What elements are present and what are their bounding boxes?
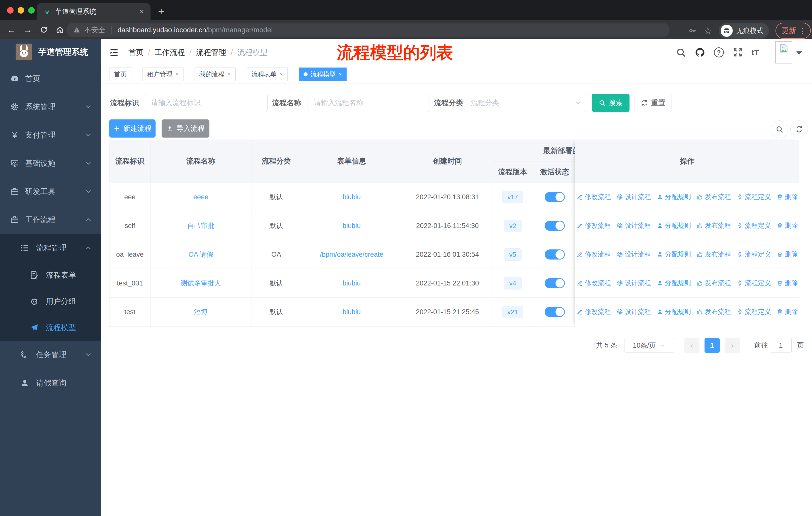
collapse-sidebar-icon[interactable] bbox=[109, 47, 119, 58]
action-delete-model[interactable]: 删除 bbox=[777, 250, 798, 259]
form-link[interactable]: biubiu bbox=[343, 279, 361, 287]
action-design-model[interactable]: 设计流程 bbox=[616, 250, 651, 259]
back-button[interactable]: ← bbox=[3, 24, 20, 35]
active-toggle[interactable] bbox=[545, 221, 565, 231]
model-name-link[interactable]: eeee bbox=[193, 193, 208, 201]
action-design-model[interactable]: 设计流程 bbox=[616, 279, 651, 288]
app-logo[interactable]: 芋道管理系统 bbox=[0, 39, 101, 64]
zoom-window-button[interactable] bbox=[28, 7, 35, 13]
form-link[interactable]: /bpm/oa/leave/create bbox=[320, 251, 383, 259]
action-process-definition[interactable]: 流程定义 bbox=[736, 279, 771, 288]
reset-button[interactable]: 重置 bbox=[635, 94, 672, 112]
action-design-model[interactable]: 设计流程 bbox=[616, 307, 651, 316]
active-toggle[interactable] bbox=[545, 278, 565, 288]
action-process-definition[interactable]: 流程定义 bbox=[736, 192, 771, 201]
active-toggle[interactable] bbox=[545, 249, 565, 260]
action-edit-model[interactable]: 修改流程 bbox=[576, 250, 611, 259]
close-window-button[interactable] bbox=[7, 7, 13, 13]
reload-button[interactable] bbox=[36, 25, 52, 34]
fullscreen-icon[interactable] bbox=[732, 47, 743, 58]
tag-process-form[interactable]: 流程表单 × bbox=[247, 67, 288, 81]
action-design-model[interactable]: 设计流程 bbox=[616, 221, 651, 230]
browser-tab[interactable]: 芋道管理系统 × bbox=[37, 3, 150, 20]
model-name-link[interactable]: 滔博 bbox=[194, 307, 208, 317]
action-process-definition[interactable]: 流程定义 bbox=[736, 250, 771, 259]
action-assign-rule[interactable]: 分配规则 bbox=[657, 279, 691, 288]
sidebar-item-process-management[interactable]: 流程管理 bbox=[0, 234, 101, 262]
user-avatar[interactable] bbox=[775, 41, 792, 63]
action-publish-model[interactable]: 发布流程 bbox=[696, 307, 731, 316]
tag-close-icon[interactable]: × bbox=[228, 71, 231, 78]
form-link[interactable]: biubiu bbox=[343, 222, 361, 230]
browser-menu-icon[interactable]: ⋮ bbox=[799, 26, 806, 35]
sidebar-item-system[interactable]: 系统管理 bbox=[0, 93, 101, 121]
chrome-update-button[interactable]: 更新 ⋮ bbox=[776, 23, 811, 39]
version-badge[interactable]: v21 bbox=[502, 306, 523, 318]
next-page-button[interactable]: › bbox=[725, 338, 740, 353]
toggle-search-button[interactable] bbox=[771, 120, 788, 138]
address-bar[interactable]: 不安全 dashboard.yudao.iocoder.cn/bpm/manag… bbox=[66, 23, 670, 37]
github-icon[interactable] bbox=[695, 47, 705, 58]
model-name-link[interactable]: 自己审批 bbox=[187, 221, 214, 230]
action-process-definition[interactable]: 流程定义 bbox=[736, 307, 771, 316]
action-edit-model[interactable]: 修改流程 bbox=[576, 307, 611, 316]
version-badge[interactable]: v17 bbox=[502, 191, 523, 203]
tag-close-icon[interactable]: × bbox=[175, 71, 179, 78]
process-key-input[interactable] bbox=[145, 94, 267, 112]
action-delete-model[interactable]: 删除 bbox=[777, 221, 798, 230]
bookmark-star-icon[interactable]: ☆ bbox=[703, 25, 712, 36]
action-edit-model[interactable]: 修改流程 bbox=[576, 192, 611, 201]
breadcrumb-workflow[interactable]: 工作流程 bbox=[154, 47, 185, 58]
sidebar-item-home[interactable]: 首页 bbox=[0, 64, 101, 93]
action-assign-rule[interactable]: 分配规则 bbox=[657, 250, 691, 259]
tag-process-model[interactable]: 流程模型 × bbox=[299, 67, 347, 81]
password-key-icon[interactable] bbox=[689, 26, 697, 35]
action-edit-model[interactable]: 修改流程 bbox=[576, 279, 611, 288]
form-link[interactable]: biubiu bbox=[343, 308, 361, 316]
help-icon[interactable]: ? bbox=[714, 47, 724, 57]
model-name-link[interactable]: 测试多审批人 bbox=[180, 279, 221, 288]
action-process-definition[interactable]: 流程定义 bbox=[736, 221, 771, 230]
action-assign-rule[interactable]: 分配规则 bbox=[657, 307, 691, 316]
sidebar-item-process-model[interactable]: 流程模型 bbox=[0, 315, 101, 341]
create-model-button[interactable]: 新建流程 bbox=[109, 119, 155, 138]
breadcrumb-process-management[interactable]: 流程管理 bbox=[196, 47, 226, 58]
sidebar-item-payment[interactable]: ¥ 支付管理 bbox=[0, 121, 101, 149]
sidebar-item-leave-query[interactable]: 请假查询 bbox=[0, 369, 101, 397]
process-name-input[interactable] bbox=[308, 94, 429, 112]
search-button[interactable]: 搜索 bbox=[592, 94, 630, 112]
action-delete-model[interactable]: 删除 bbox=[777, 307, 798, 316]
action-publish-model[interactable]: 发布流程 bbox=[696, 250, 731, 259]
page-number-1[interactable]: 1 bbox=[704, 338, 720, 353]
action-publish-model[interactable]: 发布流程 bbox=[696, 221, 731, 230]
new-tab-button[interactable]: + bbox=[158, 5, 164, 18]
version-badge[interactable]: v5 bbox=[504, 248, 521, 261]
tag-home[interactable]: 首页 bbox=[109, 67, 132, 81]
action-delete-model[interactable]: 删除 bbox=[777, 192, 798, 201]
breadcrumb-home[interactable]: 首页 bbox=[128, 47, 143, 58]
prev-page-button[interactable]: ‹ bbox=[685, 338, 699, 353]
tab-close-icon[interactable]: × bbox=[140, 7, 144, 16]
goto-page-input[interactable] bbox=[770, 338, 792, 353]
action-assign-rule[interactable]: 分配规则 bbox=[657, 221, 691, 230]
avatar-caret-icon[interactable] bbox=[796, 51, 802, 55]
sidebar-item-infrastructure[interactable]: 基础设施 bbox=[0, 149, 101, 178]
home-button[interactable] bbox=[52, 25, 68, 34]
font-size-icon[interactable]: tT bbox=[752, 48, 759, 57]
process-category-select[interactable]: 流程分类 bbox=[465, 94, 587, 112]
sidebar-item-user-group[interactable]: 用户分组 bbox=[0, 288, 101, 315]
tag-tenant-management[interactable]: 租户管理 × bbox=[142, 67, 183, 81]
active-toggle[interactable] bbox=[545, 192, 565, 202]
search-icon[interactable] bbox=[675, 47, 686, 58]
version-badge[interactable]: v2 bbox=[504, 220, 521, 232]
action-delete-model[interactable]: 删除 bbox=[777, 279, 798, 288]
action-assign-rule[interactable]: 分配规则 bbox=[657, 192, 691, 201]
sidebar-item-process-form[interactable]: 流程表单 bbox=[0, 262, 101, 288]
active-toggle[interactable] bbox=[545, 307, 565, 317]
form-link[interactable]: biubiu bbox=[343, 193, 361, 201]
action-publish-model[interactable]: 发布流程 bbox=[696, 279, 731, 288]
action-publish-model[interactable]: 发布流程 bbox=[696, 192, 731, 201]
minimize-window-button[interactable] bbox=[18, 7, 24, 13]
security-label[interactable]: 不安全 bbox=[84, 25, 105, 35]
sidebar-item-devtools[interactable]: 研发工具 bbox=[0, 178, 101, 206]
